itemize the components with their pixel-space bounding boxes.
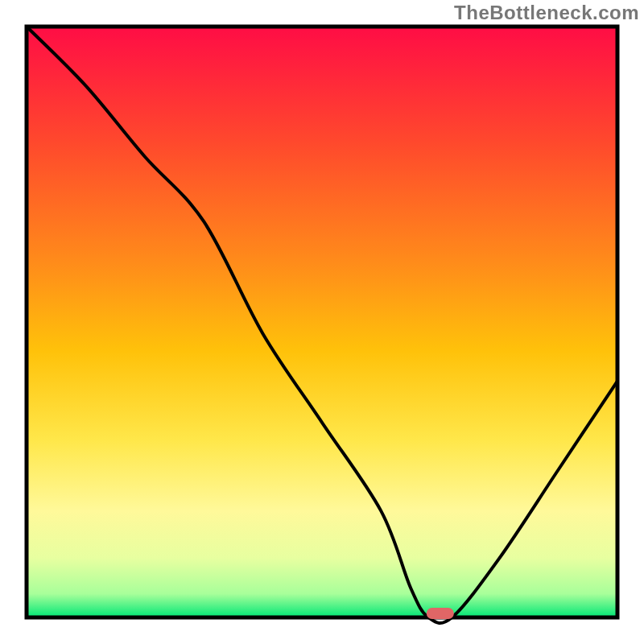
- bottleneck-curve-chart: [0, 0, 644, 644]
- gradient-background: [27, 27, 617, 617]
- chart-container: TheBottleneck.com: [0, 0, 644, 644]
- minimum-marker: [427, 608, 454, 619]
- watermark-label: TheBottleneck.com: [454, 2, 639, 24]
